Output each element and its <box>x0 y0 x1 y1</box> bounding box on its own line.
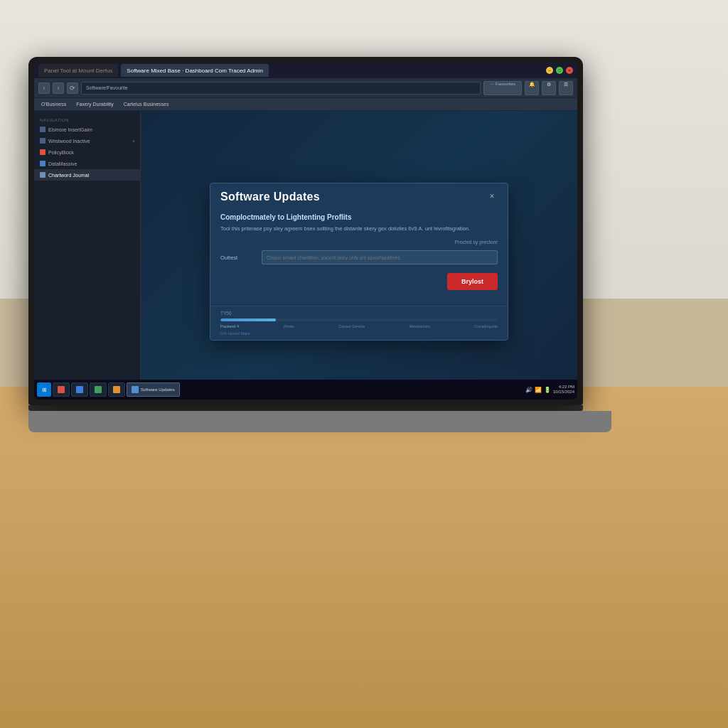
laptop: Panel Tool at Mount Derfus Software Mixe… <box>28 57 611 469</box>
start-button[interactable]: ⊞ <box>37 382 51 397</box>
modal-field-row: Outtest <box>220 250 498 264</box>
software-updates-modal: Software Updates × Comploctmately to Lig… <box>210 183 508 341</box>
step-1: Packend 4 <box>220 324 239 328</box>
wristwood-icon <box>40 138 46 144</box>
taskbar-icon-1 <box>58 386 65 393</box>
field-label: Outtest <box>220 255 256 261</box>
taskbar-app-4[interactable] <box>108 382 125 397</box>
minimize-button[interactable]: − <box>546 67 553 74</box>
taskbar-clock: 4:22 PM 10/15/2024 <box>553 385 574 395</box>
taskbar-app-active[interactable]: Software Updates <box>127 382 180 397</box>
modal-title: Software Updates <box>220 191 320 203</box>
sidebar-item-chartword[interactable]: Chartword Journal <box>34 169 140 181</box>
step-4: Westraction <box>410 324 430 328</box>
submit-button[interactable]: Brylost <box>447 273 498 290</box>
back-button[interactable]: ‹ <box>38 82 50 94</box>
laptop-hinge <box>28 405 583 411</box>
menu-bar: O'Business Faxery Durability Cartelus Bu… <box>34 98 577 111</box>
modal-close-button[interactable]: × <box>486 191 498 202</box>
taskbar-battery-icon: 🔋 <box>544 387 551 393</box>
field-input[interactable] <box>262 250 498 264</box>
window-controls: − □ × <box>546 67 573 74</box>
modal-body: Comploctmately to Lightenting Proflits T… <box>210 208 508 306</box>
sidebar-item-policyblock[interactable]: PolicyBlock <box>34 146 140 158</box>
tab-software-label: Software Mixed Base · Dashboard Com Trac… <box>127 68 263 74</box>
sidebar-section-label: Navigation <box>34 114 140 124</box>
menu-faxery[interactable]: Faxery Durability <box>72 98 118 110</box>
progress-steps: Packend 4 Almex Cavast Service Westracti… <box>220 324 498 328</box>
keyboard-area <box>28 411 611 432</box>
modal-subtitle: Comploctmately to Lightenting Proflits <box>220 213 498 221</box>
forward-button[interactable]: › <box>53 82 64 94</box>
laptop-screen: Panel Tool at Mount Derfus Software Mixe… <box>34 63 577 400</box>
browser-toolbar: ‹ › ⟳ ← Favourites 🔔 ⚙ ☰ <box>34 78 577 98</box>
notifications-button[interactable]: 🔔 <box>525 81 539 95</box>
step-3: Cavast Service <box>338 324 365 328</box>
tab-software-mixed[interactable]: Software Mixed Base · Dashboard Com Trac… <box>121 64 269 77</box>
taskbar-active-label: Software Updates <box>141 387 175 392</box>
window-titlebar: Panel Tool at Mount Derfus Software Mixe… <box>34 63 577 78</box>
taskbar-app-2[interactable] <box>71 382 88 397</box>
taskbar-icon-2 <box>76 386 83 393</box>
progress-track <box>220 318 498 321</box>
taskbar-icon-4 <box>113 386 120 393</box>
close-button[interactable]: × <box>566 67 573 74</box>
modal-note: Procled sy prectore <box>220 240 498 245</box>
step-5: Complingrate <box>474 324 498 328</box>
progress-bottom-label: Grft Iapstol Major <box>220 331 498 336</box>
menu-cartelus[interactable]: Cartelus Businesses <box>119 98 173 110</box>
taskbar-network-icon: 📶 <box>535 387 542 393</box>
progress-label: TY50 <box>220 311 498 316</box>
main-content: Software Updates × Comploctmately to Lig… <box>141 111 577 400</box>
progress-fill <box>220 318 276 321</box>
laptop-base <box>28 411 611 432</box>
modal-overlay: Software Updates × Comploctmately to Lig… <box>141 111 577 400</box>
modal-button-row: Brylost <box>220 273 498 290</box>
step-2: Almex <box>284 324 294 328</box>
taskbar-app-1[interactable] <box>53 382 70 397</box>
taskbar-app-3[interactable] <box>90 382 107 397</box>
address-bar[interactable] <box>81 82 481 95</box>
sidebar-item-datamassive[interactable]: DataMassive <box>34 158 140 169</box>
taskbar-icon-active <box>132 386 139 393</box>
taskbar: ⊞ Software Up <box>34 380 577 400</box>
favourites-button[interactable]: ← Favourites <box>483 81 522 95</box>
maximize-button[interactable]: □ <box>556 67 563 74</box>
menu-icon[interactable]: ☰ <box>559 81 573 95</box>
sidebar-item-wristwood[interactable]: Wristwood Inactive › <box>34 135 140 146</box>
tab-panel-tool[interactable]: Panel Tool at Mount Derfus <box>38 64 118 77</box>
taskbar-icon-3 <box>95 386 102 393</box>
chartword-icon <box>40 172 46 178</box>
modal-header: Software Updates × <box>210 183 508 208</box>
taskbar-right: 🔊 📶 🔋 4:22 PM 10/15/2024 <box>525 385 574 395</box>
policyblock-icon <box>40 149 46 155</box>
progress-area: TY50 Packend 4 Almex Cavast Service West… <box>210 306 508 340</box>
elsmore-icon <box>40 127 46 132</box>
taskbar-speaker-icon: 🔊 <box>525 387 532 393</box>
refresh-button[interactable]: ⟳ <box>67 82 78 94</box>
os-window: Panel Tool at Mount Derfus Software Mixe… <box>34 63 577 400</box>
sidebar: Navigation Elsmore InsertGaim Wristwood … <box>34 111 141 400</box>
datamassive-icon <box>40 161 46 166</box>
app-body: Navigation Elsmore InsertGaim Wristwood … <box>34 111 577 400</box>
sidebar-item-elsmore[interactable]: Elsmore InsertGaim <box>34 124 140 135</box>
tab-panel-label: Panel Tool at Mount Derfus <box>44 68 112 74</box>
laptop-screen-bezel: Panel Tool at Mount Derfus Software Mixe… <box>28 57 583 405</box>
modal-description: Tool this priterase psy sley agreem bsex… <box>220 225 498 233</box>
settings-icon[interactable]: ⚙ <box>542 81 556 95</box>
menu-o-business[interactable]: O'Business <box>37 98 70 110</box>
